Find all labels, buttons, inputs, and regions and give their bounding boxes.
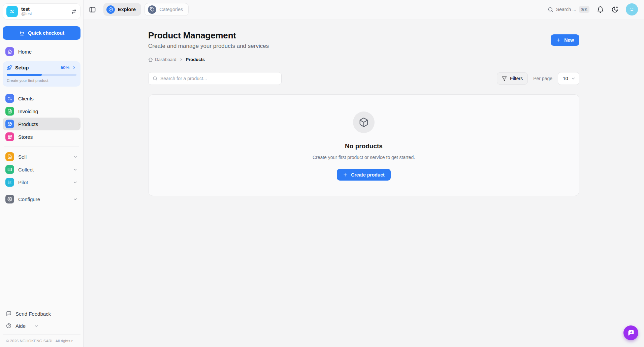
setup-progress-track bbox=[7, 74, 76, 76]
per-page-label: Per page bbox=[533, 76, 552, 81]
sidebar-divider bbox=[4, 147, 79, 147]
package-icon bbox=[5, 120, 14, 128]
tags-icon bbox=[148, 5, 156, 14]
search-icon bbox=[153, 76, 158, 81]
gear-icon bbox=[5, 195, 14, 203]
plus-icon bbox=[556, 38, 561, 42]
search-shortcut-kbd: ⌘K bbox=[579, 6, 589, 13]
chevron-down-icon bbox=[34, 323, 39, 328]
sidebar-item-collect[interactable]: Collect bbox=[3, 163, 80, 176]
chevron-down-icon bbox=[73, 167, 78, 172]
chevron-down-icon bbox=[73, 180, 78, 185]
empty-state-card: No products Create your first product or… bbox=[148, 94, 579, 196]
help-circle-icon bbox=[6, 323, 11, 328]
per-page-select[interactable]: 10 bbox=[558, 72, 579, 85]
store-icon bbox=[5, 132, 14, 141]
breadcrumb: Dashboard Products bbox=[148, 57, 269, 62]
tab-explore[interactable]: Explore bbox=[103, 3, 141, 16]
notifications-button[interactable] bbox=[597, 6, 604, 13]
sidebar-item-configure[interactable]: Configure bbox=[3, 193, 80, 206]
credit-card-icon bbox=[5, 165, 14, 174]
sidebar-footer: Send Feedback Aide © 2026 NGHOKENG SARL.… bbox=[3, 308, 80, 344]
chart-icon bbox=[5, 178, 14, 187]
chevron-right-icon bbox=[72, 65, 76, 70]
plus-icon bbox=[343, 172, 348, 177]
empty-state-title: No products bbox=[345, 143, 383, 150]
page-subtitle: Create and manage your products and serv… bbox=[148, 43, 269, 50]
create-product-button[interactable]: Create product bbox=[337, 169, 391, 181]
sidebar-item-invoicing[interactable]: Invoicing bbox=[3, 105, 80, 118]
compass-icon bbox=[106, 5, 115, 14]
breadcrumb-current: Products bbox=[186, 57, 205, 62]
global-search[interactable]: Search ... ⌘K bbox=[548, 6, 589, 13]
document-icon bbox=[5, 152, 14, 161]
product-search-field[interactable] bbox=[148, 72, 282, 85]
products-toolbar: Filters Per page 10 bbox=[148, 72, 579, 85]
sidebar-item-sell[interactable]: Sell bbox=[3, 150, 80, 163]
sidebar-toggle-icon[interactable] bbox=[89, 6, 96, 13]
send-feedback-button[interactable]: Send Feedback bbox=[3, 308, 80, 320]
user-avatar[interactable] bbox=[626, 3, 638, 15]
sidebar-item-stores[interactable]: Stores bbox=[3, 130, 80, 143]
search-icon bbox=[548, 7, 553, 12]
help-menu[interactable]: Aide bbox=[3, 320, 80, 332]
package-icon bbox=[359, 117, 369, 127]
smiley-icon bbox=[628, 5, 636, 13]
breadcrumb-chevron-icon bbox=[179, 58, 183, 62]
setup-label: Setup bbox=[15, 65, 58, 70]
chevron-down-icon bbox=[571, 76, 576, 81]
global-search-label: Search ... bbox=[556, 7, 576, 12]
sidebar: test @test Quick checkout Home bbox=[0, 0, 84, 347]
feedback-bubble-icon bbox=[6, 311, 11, 316]
breadcrumb-dashboard[interactable]: Dashboard bbox=[148, 57, 176, 62]
rocket-icon bbox=[7, 65, 12, 70]
setup-progress-fill bbox=[7, 74, 42, 76]
sidebar-item-clients[interactable]: Clients bbox=[3, 92, 80, 105]
cart-icon bbox=[19, 30, 25, 36]
chat-widget-button[interactable] bbox=[623, 325, 638, 340]
dark-mode-toggle[interactable] bbox=[611, 6, 618, 13]
product-search-input[interactable] bbox=[160, 76, 277, 81]
workspace-switcher[interactable]: test @test bbox=[3, 3, 80, 20]
chat-bubble-plus-icon bbox=[627, 329, 635, 337]
sidebar-group-nav: Sell Collect Pilot bbox=[3, 150, 80, 206]
empty-state-subtitle: Create your first product or service to … bbox=[313, 155, 415, 160]
chevron-down-icon bbox=[73, 197, 78, 202]
chevron-down-icon bbox=[73, 154, 78, 159]
users-icon bbox=[5, 94, 14, 103]
filters-button[interactable]: Filters bbox=[497, 72, 528, 85]
workspace-handle: @test bbox=[21, 12, 68, 17]
funnel-icon bbox=[502, 76, 507, 81]
sidebar-item-pilot[interactable]: Pilot bbox=[3, 176, 80, 189]
page-title: Product Management bbox=[148, 30, 269, 41]
sidebar-item-home[interactable]: Home bbox=[3, 45, 80, 58]
logo-squiggle-icon bbox=[9, 8, 15, 15]
new-product-button[interactable]: New bbox=[551, 34, 579, 46]
topbar: Explore Categories Search ... ⌘K bbox=[84, 0, 644, 19]
setup-hint: Create your first product bbox=[7, 78, 76, 83]
home-icon bbox=[5, 47, 14, 56]
bell-icon bbox=[597, 6, 604, 13]
copyright-text: © 2026 NGHOKENG SARL. All rights r... bbox=[3, 335, 80, 344]
main-content: Product Management Create and manage you… bbox=[84, 19, 644, 347]
invoice-icon bbox=[5, 107, 14, 116]
empty-state-icon-circle bbox=[353, 112, 375, 133]
home-breadcrumb-icon bbox=[148, 57, 153, 62]
quick-checkout-button[interactable]: Quick checkout bbox=[3, 26, 80, 40]
switch-workspace-icon[interactable] bbox=[71, 9, 77, 14]
app-logo bbox=[6, 6, 18, 17]
sidebar-item-products[interactable]: Products bbox=[3, 118, 80, 130]
sidebar-main-nav: Clients Invoicing Products bbox=[3, 92, 80, 143]
moon-plus-icon bbox=[611, 6, 618, 13]
setup-progress-card[interactable]: Setup 50% Create your first product bbox=[3, 61, 80, 87]
workspace-name: test bbox=[21, 6, 68, 12]
tab-categories[interactable]: Categories bbox=[144, 3, 189, 16]
setup-percent: 50% bbox=[61, 65, 69, 70]
